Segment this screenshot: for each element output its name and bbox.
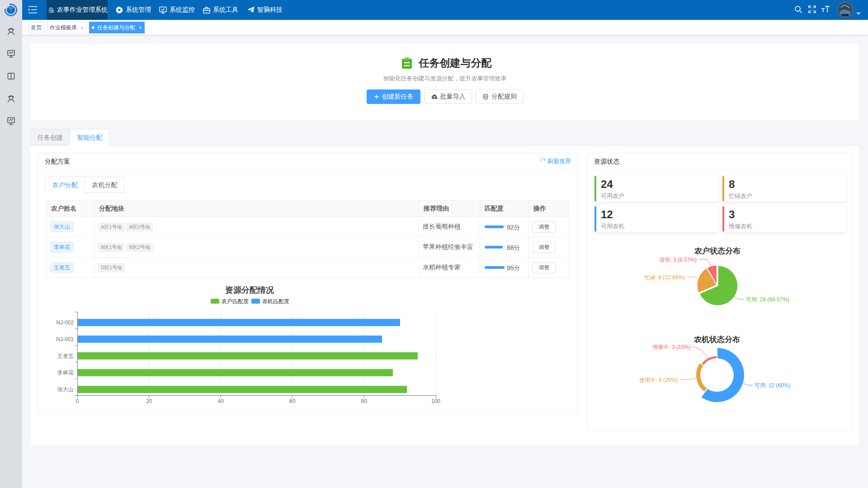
svg-text:80: 80 bbox=[361, 398, 368, 404]
svg-text:忙碌: 8 (22.86%): 忙碌: 8 (22.86%) bbox=[644, 274, 685, 281]
svg-text:40: 40 bbox=[218, 398, 224, 404]
svg-text:请假: 3 (8.57%): 请假: 3 (8.57%) bbox=[659, 257, 697, 263]
svg-text:维修中: 3 (15%): 维修中: 3 (15%) bbox=[652, 344, 691, 350]
svg-text:可用: 24 (68.57%): 可用: 24 (68.57%) bbox=[746, 296, 789, 303]
svg-text:农机状态分布: 农机状态分布 bbox=[693, 335, 740, 344]
svg-text:NJ-001: NJ-001 bbox=[56, 336, 74, 343]
svg-text:李翠花: 李翠花 bbox=[57, 370, 74, 376]
svg-text:可用: 12 (60%): 可用: 12 (60%) bbox=[755, 382, 790, 389]
svg-text:100: 100 bbox=[431, 398, 440, 404]
svg-text:张大山: 张大山 bbox=[57, 386, 74, 393]
svg-text:20: 20 bbox=[146, 398, 152, 404]
svg-text:农户状态分布: 农户状态分布 bbox=[694, 246, 741, 255]
svg-text:使用中: 5 (25%): 使用中: 5 (25%) bbox=[639, 377, 678, 383]
svg-text:NJ-002: NJ-002 bbox=[56, 319, 74, 326]
svg-text:0: 0 bbox=[76, 398, 79, 404]
svg-text:农户匹配度: 农户匹配度 bbox=[222, 298, 249, 305]
svg-text:农机匹配度: 农机匹配度 bbox=[262, 298, 289, 305]
svg-text:60: 60 bbox=[289, 398, 296, 404]
svg-text:王老五: 王老五 bbox=[57, 353, 74, 359]
svg-text:资源分配情况: 资源分配情况 bbox=[225, 286, 274, 295]
